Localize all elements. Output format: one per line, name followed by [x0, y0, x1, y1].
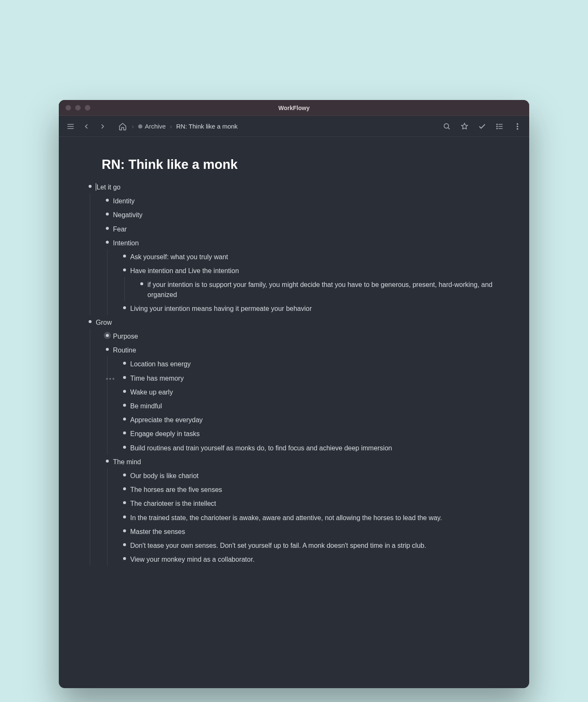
outline-item[interactable]: Fear	[101, 222, 504, 236]
outline-item[interactable]: Location has energy	[118, 357, 504, 371]
outline-text[interactable]: Be mindful	[130, 400, 162, 411]
outline-item[interactable]: Be mindful	[118, 399, 504, 413]
outline-item[interactable]: View your monkey mind as a collaborator.	[118, 552, 504, 566]
outline-node[interactable]: Our body is like chariot	[118, 468, 504, 482]
outline-text[interactable]: In the trained state, the charioteer is …	[130, 512, 442, 523]
outline-text[interactable]: Time has memory	[130, 373, 184, 383]
bullet-button[interactable]	[101, 237, 113, 244]
bullet-button[interactable]	[101, 456, 113, 463]
bullet-button[interactable]	[84, 317, 96, 323]
bullet-button[interactable]	[101, 223, 113, 230]
maximize-window-button[interactable]	[85, 105, 90, 110]
outline-node[interactable]: Living your intention means having it pe…	[118, 301, 504, 315]
bullet-button[interactable]	[118, 484, 130, 490]
minimize-window-button[interactable]	[75, 105, 81, 110]
outline-node[interactable]: Build routines and train yourself as mon…	[118, 441, 504, 455]
outline-text[interactable]: Engage deeply in tasks	[130, 428, 200, 439]
outline-item[interactable]: The horses are the five senses	[118, 482, 504, 496]
outline-node[interactable]: Purpose	[101, 329, 504, 343]
outline-item[interactable]: Negativity	[101, 208, 504, 221]
outline-node[interactable]: The mind	[101, 455, 504, 468]
more-icon[interactable]	[512, 121, 522, 131]
outline-node[interactable]: Ask yourself: what you truly want	[118, 250, 504, 263]
bullet-button[interactable]	[101, 195, 113, 202]
outline-node[interactable]: Identity	[101, 194, 504, 208]
outline-node[interactable]: Intention	[101, 236, 504, 250]
outline-node[interactable]: Routine	[101, 343, 504, 357]
outline-node[interactable]: Location has energy	[118, 357, 504, 371]
outline-item[interactable]: Ask yourself: what you truly want	[118, 250, 504, 263]
bullet-button[interactable]	[118, 373, 130, 379]
outline-item[interactable]: Purpose	[101, 329, 504, 343]
outline-node[interactable]: Don't tease your own senses. Don't set y…	[118, 538, 504, 552]
outline-item[interactable]: Living your intention means having it pe…	[118, 301, 504, 315]
outline-item[interactable]: if your intention is to support your fam…	[136, 277, 504, 301]
outline-text[interactable]: Let it go	[96, 181, 121, 192]
outline-node[interactable]: if your intention is to support your fam…	[136, 277, 504, 301]
bullet-button[interactable]	[118, 265, 130, 271]
outline-text[interactable]: Negativity	[113, 209, 142, 220]
bullet-button[interactable]	[84, 181, 96, 188]
bullet-button[interactable]	[118, 512, 130, 518]
list-icon[interactable]	[495, 121, 505, 131]
outline-node[interactable]: Grow	[84, 315, 504, 329]
outline-text[interactable]: Grow	[96, 317, 112, 327]
outline-text[interactable]: Build routines and train yourself as mon…	[130, 442, 392, 453]
bullet-button[interactable]	[118, 470, 130, 476]
outline-node[interactable]: Wake up early	[118, 385, 504, 399]
outline-text[interactable]: if your intention is to support your fam…	[147, 279, 504, 299]
outline-node[interactable]: Be mindful	[118, 399, 504, 413]
bullet-button[interactable]	[118, 414, 130, 421]
outline-item[interactable]: RoutineLocation has energy•••Time has me…	[101, 343, 504, 455]
bullet-button[interactable]	[118, 442, 130, 449]
outline-text[interactable]: Appreciate the everyday	[130, 414, 203, 425]
breadcrumb-current[interactable]: RN: Think like a monk	[176, 123, 237, 130]
outline-node[interactable]: Fear	[101, 222, 504, 236]
check-icon[interactable]	[477, 121, 487, 131]
outline-item[interactable]: Our body is like chariot	[118, 468, 504, 482]
bullet-button[interactable]	[136, 279, 147, 285]
bullet-button[interactable]	[118, 498, 130, 504]
outline-text[interactable]: Wake up early	[130, 386, 173, 397]
outline-text[interactable]: Don't tease your own senses. Don't set y…	[130, 540, 426, 550]
bullet-button[interactable]	[101, 344, 113, 351]
outline-item[interactable]: Have intention and Live the intentionif …	[118, 263, 504, 301]
outline-node[interactable]: Time has memory	[118, 371, 504, 385]
bullet-button[interactable]	[118, 303, 130, 309]
outline-item[interactable]: The charioteer is the intellect	[118, 496, 504, 510]
bullet-button[interactable]	[118, 251, 130, 258]
outline-node[interactable]: The charioteer is the intellect	[118, 496, 504, 510]
outline-node[interactable]: The horses are the five senses	[118, 482, 504, 496]
outline-node[interactable]: View your monkey mind as a collaborator.	[118, 552, 504, 566]
outline-text[interactable]: Purpose	[113, 331, 138, 341]
outline-item[interactable]: •••Time has memory	[118, 371, 504, 385]
nav-forward-icon[interactable]	[97, 121, 108, 131]
bullet-button[interactable]	[118, 400, 130, 407]
outline-item[interactable]: GrowPurposeRoutineLocation has energy•••…	[84, 315, 504, 566]
content-area[interactable]: RN: Think like a monk Let it goIdentityN…	[59, 137, 529, 688]
outline-text[interactable]: Master the senses	[130, 526, 185, 536]
outline-text[interactable]: Routine	[113, 344, 136, 355]
outline-item[interactable]: In the trained state, the charioteer is …	[118, 510, 504, 524]
outline-text[interactable]: Identity	[113, 195, 135, 206]
bullet-button[interactable]	[118, 554, 130, 560]
bullet-button[interactable]	[118, 428, 130, 434]
outline-item[interactable]: The mindOur body is like chariotThe hors…	[101, 455, 504, 566]
outline-text[interactable]: The horses are the five senses	[130, 484, 222, 494]
star-icon[interactable]	[459, 121, 470, 131]
outline-text[interactable]: Location has energy	[130, 358, 191, 369]
menu-icon[interactable]	[66, 121, 76, 131]
outline-node[interactable]: Appreciate the everyday	[118, 413, 504, 426]
outline-text[interactable]: Have intention and Live the intention	[130, 265, 239, 276]
outline-node[interactable]: Have intention and Live the intention	[118, 263, 504, 277]
outline-item[interactable]: Engage deeply in tasks	[118, 426, 504, 440]
outline-text[interactable]: The mind	[113, 456, 141, 467]
outline-node[interactable]: Engage deeply in tasks	[118, 426, 504, 440]
drag-handle-icon[interactable]: •••	[106, 375, 116, 383]
outline-node[interactable]: In the trained state, the charioteer is …	[118, 510, 504, 524]
outline-text[interactable]: Our body is like chariot	[130, 470, 199, 481]
outline-text[interactable]: Living your intention means having it pe…	[130, 303, 312, 313]
bullet-button[interactable]	[101, 331, 113, 337]
bullet-button[interactable]	[118, 358, 130, 365]
close-window-button[interactable]	[66, 105, 71, 110]
